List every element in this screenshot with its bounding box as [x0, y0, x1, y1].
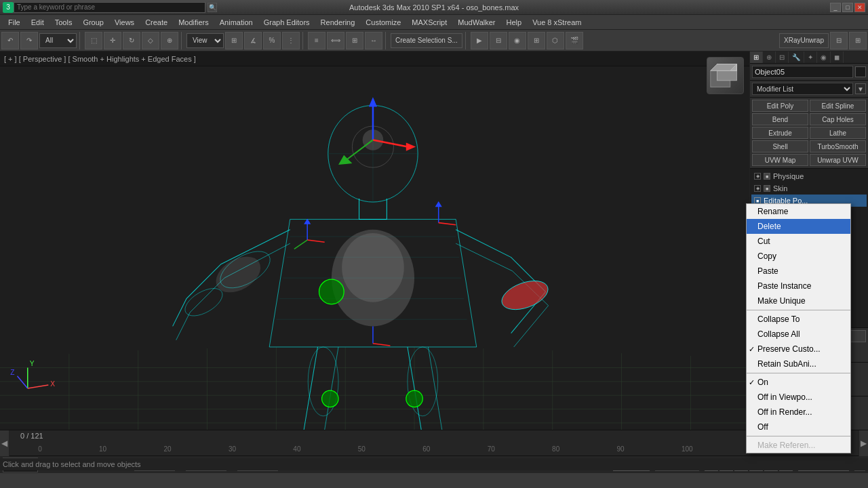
ctx-paste-instance[interactable]: Paste Instance	[747, 279, 850, 293]
minimize-button[interactable]: _	[830, 3, 841, 12]
stack-item-physique[interactable]: ◈ ■ Physique	[751, 170, 867, 182]
menu-edit[interactable]: Edit	[26, 17, 50, 28]
modifier-list-dropdown[interactable]: Modifier List	[752, 83, 853, 95]
redo-button[interactable]: ↷	[20, 32, 38, 49]
modifier-dropdown-arrow[interactable]: ▼	[855, 83, 866, 94]
viewport[interactable]: [ + ] [ Perspective ] [ Smooth + Highlig…	[0, 52, 749, 430]
render-button[interactable]: 🎬	[566, 32, 583, 49]
ctx-preserve-custom[interactable]: ✓ Preserve Custo...	[747, 342, 850, 357]
view-dropdown[interactable]: View	[186, 33, 224, 48]
viewport-nav-cube[interactable]	[707, 57, 744, 94]
ctx-paste[interactable]: Paste	[747, 264, 850, 279]
menu-animation[interactable]: Animation	[214, 17, 258, 28]
panel-tab-display[interactable]: ⊟	[776, 52, 789, 63]
menu-customize[interactable]: Customize	[360, 17, 406, 28]
panel-tab-utilities[interactable]: 🔧	[789, 52, 804, 63]
timeline-track[interactable]: 0 / 121 0 10 20 30 40 50 60 70 80 90 100…	[9, 430, 859, 455]
timeline-scroll-left[interactable]: ◀	[0, 430, 9, 456]
ctx-off[interactable]: Off	[747, 420, 850, 434]
ctx-make-reference-label: Make Referen...	[757, 441, 815, 450]
snap-toggle-button[interactable]: ⊞	[225, 32, 243, 49]
menu-vue[interactable]: Vue 8 xStream	[527, 17, 587, 28]
ctx-off-label: Off	[757, 422, 768, 432]
timeline-area: ◀ 0 / 121 0 10 20 30 40 50 60 70 80 90 1…	[0, 430, 868, 455]
percent-snap-button[interactable]: %	[263, 32, 281, 49]
ctx-off-render[interactable]: Off in Render...	[747, 405, 850, 420]
mirror-button[interactable]: ⟺	[327, 32, 344, 49]
object-color-swatch[interactable]	[855, 66, 866, 77]
ctx-cut-label: Cut	[757, 237, 770, 246]
select-object-button[interactable]: ⬚	[85, 32, 102, 49]
scale-button[interactable]: ◇	[142, 32, 159, 49]
menu-views[interactable]: Views	[109, 17, 140, 28]
ctx-retain-subani[interactable]: Retain SubAni...	[747, 357, 850, 371]
menu-help[interactable]: Help	[501, 17, 528, 28]
menu-rendering[interactable]: Rendering	[315, 17, 361, 28]
menu-modifiers[interactable]: Modifiers	[173, 17, 214, 28]
align-button[interactable]: ≡	[308, 32, 326, 49]
menu-graph-editors[interactable]: Graph Editors	[258, 17, 315, 28]
panel-tab-hierarchy[interactable]: ⊞	[750, 52, 763, 63]
layer-manager-button[interactable]: ⊟	[490, 32, 507, 49]
maximize-button[interactable]: □	[842, 3, 853, 12]
edit-spline-button[interactable]: Edit Spline	[810, 100, 866, 112]
ctx-retain-label: Retain SubAni...	[757, 359, 816, 369]
unwrap-uvw-button[interactable]: Unwrap UVW	[810, 154, 866, 166]
shell-button[interactable]: Shell	[752, 140, 808, 152]
bend-button[interactable]: Bend	[752, 113, 808, 125]
cap-holes-button[interactable]: Cap Holes	[810, 113, 866, 125]
panel-tab-extra2[interactable]: ◉	[817, 52, 831, 63]
ctx-collapse-to[interactable]: Collapse To	[747, 312, 850, 327]
angle-snap-button[interactable]: ∡	[244, 32, 262, 49]
extra-tools-button[interactable]: ⊞	[849, 32, 867, 49]
schematic-button[interactable]: ⊞	[528, 32, 545, 49]
timeline-scroll-right[interactable]: ▶	[859, 430, 868, 456]
menu-mudwalker[interactable]: MudWalker	[452, 17, 500, 28]
array-button[interactable]: ⊞	[346, 32, 363, 49]
menu-create[interactable]: Create	[140, 17, 173, 28]
menu-file[interactable]: File	[3, 17, 26, 28]
ctx-preserve-checkmark: ✓	[749, 345, 755, 354]
material-editor-button[interactable]: ⬡	[547, 32, 564, 49]
create-selection-button[interactable]: Create Selection S...	[391, 33, 462, 48]
uniform-scale-button[interactable]: ⊕	[161, 32, 178, 49]
ctx-make-unique[interactable]: Make Unique	[747, 293, 850, 308]
panel-tab-motion[interactable]: ⊕	[763, 52, 776, 63]
svg-line-58	[373, 344, 390, 346]
spacing-button[interactable]: ↔	[365, 32, 382, 49]
object-name-input[interactable]	[752, 66, 853, 78]
extrude-button[interactable]: Extrude	[752, 127, 808, 139]
ctx-delete[interactable]: Delete	[747, 219, 850, 234]
rotate-button[interactable]: ↻	[123, 32, 140, 49]
menu-tools[interactable]: Tools	[50, 17, 78, 28]
scene-xplorer-button[interactable]: ◉	[509, 32, 526, 49]
undo-button[interactable]: ↶	[1, 32, 19, 49]
ctx-copy[interactable]: Copy	[747, 249, 850, 264]
search-icon[interactable]: 🔍	[208, 3, 217, 12]
ctx-cut[interactable]: Cut	[747, 234, 850, 249]
menu-group[interactable]: Group	[77, 17, 109, 28]
turbosmooth-button[interactable]: TurboSmooth	[810, 140, 866, 152]
lathe-button[interactable]: Lathe	[810, 127, 866, 139]
selection-filter-dropdown[interactable]: All	[39, 33, 77, 48]
modifier-buttons-grid: Edit Poly Edit Spline Bend Cap Holes Ext…	[750, 98, 868, 169]
uvw-map-button[interactable]: UVW Map	[752, 154, 808, 166]
menu-maxscript[interactable]: MAXScript	[406, 17, 452, 28]
play-animation-button[interactable]: ▶	[471, 32, 488, 49]
panel-tab-extra1[interactable]: ✦	[804, 52, 817, 63]
spinner-snap-button[interactable]: ⋮	[282, 32, 300, 49]
ctx-off-viewport[interactable]: Off in Viewpo...	[747, 390, 850, 405]
edit-poly-button[interactable]: Edit Poly	[752, 100, 808, 112]
ctx-collapse-all-label: Collapse All	[757, 329, 800, 339]
search-input[interactable]	[14, 2, 205, 13]
ctx-rename[interactable]: Rename	[747, 204, 850, 219]
panel-tab-extra3[interactable]: ◼	[831, 52, 844, 63]
ctx-on[interactable]: ✓ On	[747, 375, 850, 390]
move-button[interactable]: ✛	[104, 32, 121, 49]
ctx-collapse-all[interactable]: Collapse All	[747, 327, 850, 342]
close-button[interactable]: ✕	[854, 3, 865, 12]
xray-unwrap-button[interactable]: XRayUnwrap	[779, 33, 829, 48]
viewport-tools-button[interactable]: ⊟	[830, 32, 848, 49]
svg-text:X: X	[50, 380, 55, 388]
stack-item-skin[interactable]: ◈ ■ Skin	[751, 182, 867, 195]
